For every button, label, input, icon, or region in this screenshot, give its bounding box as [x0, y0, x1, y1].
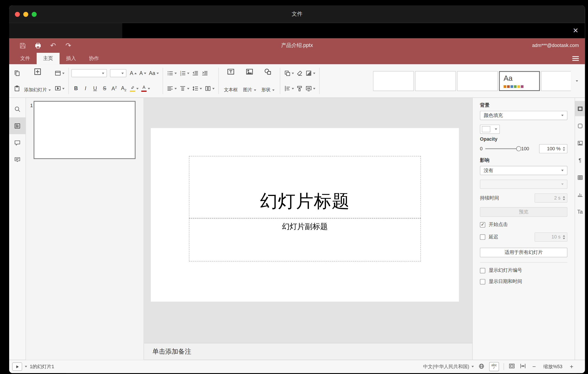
zoom-out-button[interactable]: − [531, 363, 538, 370]
image-settings-button[interactable] [575, 135, 585, 151]
theme-tile[interactable] [457, 71, 498, 91]
arrow-up-icon[interactable] [563, 196, 565, 198]
theme-gallery-expand-button[interactable] [572, 71, 582, 91]
numbering-button[interactable]: 123 [178, 68, 190, 78]
title-placeholder[interactable]: 幻灯片标题 [189, 156, 421, 218]
theme-tile[interactable] [373, 71, 414, 91]
arrange-shape-button[interactable] [283, 68, 295, 78]
delay-spinner[interactable]: 10 s [535, 232, 567, 242]
theme-tile[interactable] [541, 71, 571, 91]
font-size-combo[interactable] [110, 69, 126, 77]
superscript-button[interactable]: A2 [110, 83, 119, 94]
columns-button[interactable] [203, 83, 216, 94]
copy-style-button[interactable] [295, 83, 304, 94]
horizontal-align-button[interactable] [166, 83, 178, 94]
vertical-align-button[interactable] [178, 83, 190, 94]
tab-collaboration[interactable]: 协作 [83, 53, 105, 64]
start-slideshow-button[interactable] [53, 83, 66, 94]
zoom-in-button[interactable]: + [568, 363, 575, 370]
font-color-button[interactable]: A [140, 83, 151, 94]
print-button[interactable] [33, 41, 43, 50]
spinner-arrows[interactable] [563, 146, 565, 151]
clear-style-button[interactable] [295, 68, 304, 78]
tab-file[interactable]: 文件 [14, 53, 37, 64]
duration-spinner[interactable]: 2 s [535, 194, 567, 203]
insert-textbox-button[interactable]: 文本框 [221, 66, 240, 96]
strikethrough-button[interactable]: S [100, 83, 109, 94]
slide-size-button[interactable] [304, 83, 316, 94]
start-on-click-checkbox[interactable]: ✓ [480, 222, 485, 227]
slides-panel-button[interactable] [9, 117, 25, 134]
notes-area[interactable]: 单击添加备注 [144, 343, 472, 360]
subscript-button[interactable]: A2 [119, 83, 128, 94]
arrow-down-icon[interactable] [563, 199, 565, 200]
spellcheck-button[interactable]: abc ✓ [489, 362, 499, 371]
fill-type-select[interactable]: 颜色填充 [480, 111, 567, 120]
textart-settings-button[interactable]: Ta [575, 204, 585, 220]
theme-tile[interactable] [415, 71, 456, 91]
chat-button[interactable] [9, 151, 25, 168]
apply-to-all-slides-button[interactable]: 适用于所有幻灯片 [480, 248, 567, 257]
redo-icon[interactable]: ↷ [63, 41, 73, 50]
paragraph-settings-button[interactable]: ¶ [575, 153, 585, 168]
effect-type-select[interactable] [480, 180, 567, 189]
bullets-button[interactable] [166, 68, 178, 78]
zoom-window-button[interactable] [32, 12, 37, 17]
show-date-time-checkbox[interactable] [480, 279, 485, 284]
increase-font-button[interactable]: A [129, 68, 138, 78]
slider-knob[interactable] [516, 146, 521, 151]
delay-checkbox[interactable] [480, 234, 485, 240]
subtitle-placeholder[interactable]: 幻灯片副标题 [189, 218, 421, 262]
tab-home[interactable]: 主页 [37, 53, 60, 64]
close-window-button[interactable] [15, 12, 20, 17]
shape-settings-button[interactable] [575, 118, 585, 133]
set-language-button[interactable] [478, 363, 484, 370]
fill-color-select[interactable] [480, 125, 500, 134]
decrease-indent-button[interactable] [191, 68, 200, 78]
theme-tile-selected[interactable]: Aa [499, 71, 540, 91]
slide-canvas-area[interactable]: 幻灯片标题 幻灯片副标题 [144, 98, 472, 343]
language-selector[interactable]: 中文(中华人民共和国) [423, 363, 474, 370]
chevron-down-icon[interactable] [25, 366, 27, 367]
fit-to-slide-button[interactable] [509, 363, 515, 370]
chart-settings-button[interactable] [575, 187, 585, 202]
menu-icon[interactable] [572, 56, 579, 61]
bold-button[interactable]: B [72, 83, 81, 94]
decrease-font-button[interactable]: A [138, 68, 147, 78]
italic-button[interactable]: I [81, 83, 90, 94]
table-settings-button[interactable] [575, 170, 585, 185]
undo-icon[interactable]: ↶ [48, 41, 58, 50]
change-layout-button[interactable] [53, 68, 66, 78]
search-button[interactable] [9, 100, 25, 117]
font-name-combo[interactable] [72, 69, 107, 77]
underline-button[interactable]: U [91, 83, 100, 94]
comments-button[interactable] [9, 134, 25, 151]
insert-shape-button[interactable]: 形状 [259, 66, 277, 96]
opacity-slider[interactable] [485, 148, 519, 149]
arrow-up-icon[interactable] [563, 146, 565, 148]
slide[interactable]: 幻灯片标题 幻灯片副标题 [151, 128, 459, 302]
arrow-down-icon[interactable] [563, 149, 565, 151]
tab-insert[interactable]: 插入 [60, 53, 83, 64]
minimize-window-button[interactable] [23, 12, 28, 17]
spinner-arrows[interactable] [563, 235, 565, 239]
change-case-button[interactable]: Aa [148, 68, 160, 78]
opacity-spinner[interactable]: 100 % [539, 144, 567, 153]
align-shape-button[interactable] [283, 83, 295, 94]
line-spacing-button[interactable] [191, 83, 203, 94]
arrow-up-icon[interactable] [563, 235, 565, 236]
preview-button[interactable]: 预览 [480, 207, 567, 217]
spinner-arrows[interactable] [563, 196, 565, 200]
arrow-down-icon[interactable] [563, 238, 565, 239]
highlight-color-button[interactable] [129, 83, 140, 94]
fit-to-width-button[interactable] [520, 363, 526, 370]
save-button[interactable] [18, 41, 28, 50]
paste-button[interactable] [12, 83, 21, 94]
insert-image-button[interactable]: 图片 [240, 66, 259, 96]
slide-settings-button[interactable] [575, 101, 585, 116]
show-slide-number-checkbox[interactable] [480, 268, 485, 273]
start-slideshow-statusbar-button[interactable] [12, 362, 22, 371]
color-scheme-button[interactable] [304, 68, 316, 78]
increase-indent-button[interactable] [200, 68, 209, 78]
copy-button[interactable] [12, 68, 21, 78]
